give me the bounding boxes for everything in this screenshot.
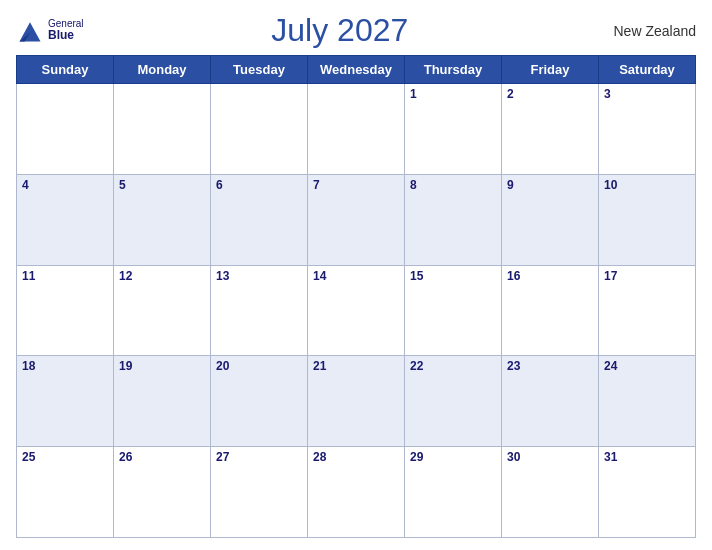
calendar-day[interactable] [114,84,211,175]
calendar-header: Sunday Monday Tuesday Wednesday Thursday… [17,56,696,84]
calendar-day[interactable]: 14 [308,265,405,356]
calendar-day[interactable]: 3 [599,84,696,175]
day-number: 19 [119,359,132,373]
header-tuesday: Tuesday [211,56,308,84]
calendar-day[interactable] [17,84,114,175]
day-number: 6 [216,178,223,192]
calendar-day[interactable]: 6 [211,174,308,265]
calendar-day[interactable]: 11 [17,265,114,356]
calendar-week-1: 123 [17,84,696,175]
day-number: 28 [313,450,326,464]
day-number: 29 [410,450,423,464]
calendar-day[interactable]: 23 [502,356,599,447]
calendar-day[interactable]: 8 [405,174,502,265]
day-number: 11 [22,269,35,283]
country-label: New Zealand [596,23,696,39]
calendar-day[interactable]: 16 [502,265,599,356]
day-number: 21 [313,359,326,373]
calendar-day[interactable]: 27 [211,447,308,538]
logo-icon [16,17,44,45]
logo-blue-label: Blue [48,29,84,42]
day-number: 31 [604,450,617,464]
calendar-day[interactable]: 28 [308,447,405,538]
day-number: 13 [216,269,229,283]
day-number: 17 [604,269,617,283]
calendar-day[interactable]: 2 [502,84,599,175]
logo-text: General Blue [48,18,84,42]
day-number: 1 [410,87,417,101]
calendar-day[interactable] [211,84,308,175]
day-number: 18 [22,359,35,373]
calendar-day[interactable]: 20 [211,356,308,447]
calendar-day[interactable] [308,84,405,175]
header-wednesday: Wednesday [308,56,405,84]
calendar-day[interactable]: 1 [405,84,502,175]
calendar-day[interactable]: 25 [17,447,114,538]
day-number: 3 [604,87,611,101]
header-monday: Monday [114,56,211,84]
days-header-row: Sunday Monday Tuesday Wednesday Thursday… [17,56,696,84]
day-number: 4 [22,178,29,192]
day-number: 12 [119,269,132,283]
day-number: 20 [216,359,229,373]
logo: General Blue [16,17,84,45]
page-header: General Blue July 2027 New Zealand [16,12,696,49]
day-number: 24 [604,359,617,373]
calendar-day[interactable]: 22 [405,356,502,447]
calendar-day[interactable]: 7 [308,174,405,265]
calendar-day[interactable]: 18 [17,356,114,447]
calendar-week-2: 45678910 [17,174,696,265]
day-number: 27 [216,450,229,464]
calendar-day[interactable]: 24 [599,356,696,447]
calendar-day[interactable]: 19 [114,356,211,447]
calendar-day[interactable]: 12 [114,265,211,356]
calendar-body: 1234567891011121314151617181920212223242… [17,84,696,538]
day-number: 5 [119,178,126,192]
calendar-week-3: 11121314151617 [17,265,696,356]
calendar-day[interactable]: 31 [599,447,696,538]
calendar-day[interactable]: 9 [502,174,599,265]
day-number: 2 [507,87,514,101]
day-number: 8 [410,178,417,192]
calendar-day[interactable]: 4 [17,174,114,265]
calendar-day[interactable]: 29 [405,447,502,538]
calendar-day[interactable]: 13 [211,265,308,356]
day-number: 16 [507,269,520,283]
day-number: 14 [313,269,326,283]
day-number: 15 [410,269,423,283]
calendar-day[interactable]: 30 [502,447,599,538]
day-number: 30 [507,450,520,464]
calendar-table: Sunday Monday Tuesday Wednesday Thursday… [16,55,696,538]
calendar-day[interactable]: 17 [599,265,696,356]
calendar-day[interactable]: 5 [114,174,211,265]
calendar-day[interactable]: 10 [599,174,696,265]
calendar-day[interactable]: 26 [114,447,211,538]
day-number: 10 [604,178,617,192]
day-number: 25 [22,450,35,464]
day-number: 23 [507,359,520,373]
header-friday: Friday [502,56,599,84]
day-number: 9 [507,178,514,192]
header-thursday: Thursday [405,56,502,84]
calendar-title: July 2027 [84,12,596,49]
calendar-week-5: 25262728293031 [17,447,696,538]
day-number: 7 [313,178,320,192]
calendar-week-4: 18192021222324 [17,356,696,447]
day-number: 22 [410,359,423,373]
calendar-day[interactable]: 21 [308,356,405,447]
header-saturday: Saturday [599,56,696,84]
day-number: 26 [119,450,132,464]
calendar-day[interactable]: 15 [405,265,502,356]
header-sunday: Sunday [17,56,114,84]
